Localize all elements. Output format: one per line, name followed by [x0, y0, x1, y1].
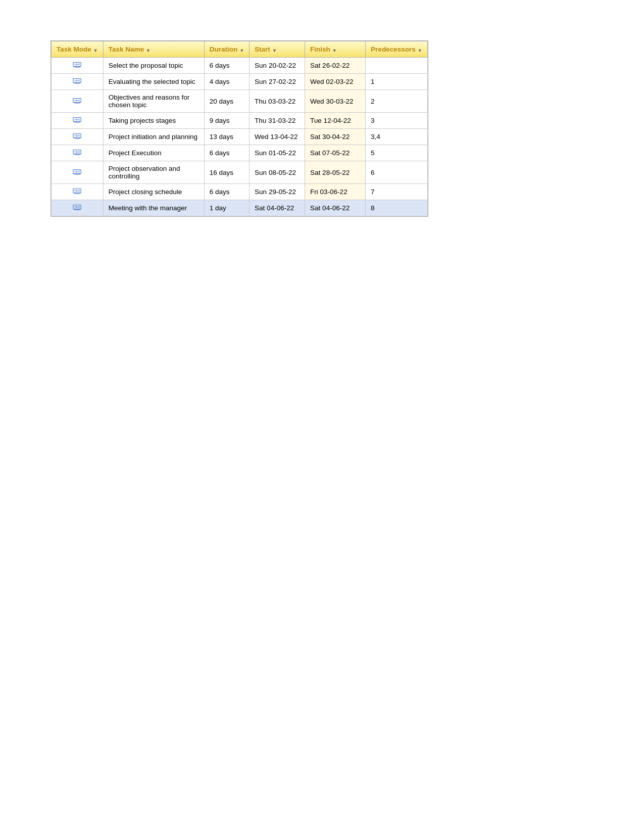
col-header-start-label: Start [255, 45, 270, 53]
task-mode-icon [73, 168, 82, 175]
duration-cell: 6 days [204, 184, 249, 200]
finish-cell: Wed 02-03-22 [305, 74, 366, 90]
task-name-cell: Select the proposal topic [103, 58, 204, 74]
task-mode-cell [52, 145, 104, 161]
duration-cell: 20 days [204, 90, 249, 113]
predecessors-cell: 3,4 [366, 129, 427, 145]
task-name-cell: Project closing schedule [103, 184, 204, 200]
table-row: Taking projects stages9 daysThu 31-03-22… [52, 113, 428, 129]
predecessors-cell: 1 [366, 74, 427, 90]
col-header-duration-label: Duration [210, 45, 238, 53]
duration-cell: 4 days [204, 74, 249, 90]
task-mode-cell [52, 90, 104, 113]
table-row: Project closing schedule6 daysSun 29-05-… [52, 184, 428, 200]
predecessors-cell: 5 [366, 145, 427, 161]
table-row: Meeting with the manager1 daySat 04-06-2… [52, 200, 428, 216]
task-mode-cell [52, 74, 104, 90]
predecessors-dropdown-icon[interactable]: ▼ [418, 48, 422, 53]
table-header-row: Task Mode ▼ Task Name ▼ Duration ▼ [52, 41, 428, 58]
svg-rect-10 [73, 98, 81, 102]
start-dropdown-icon[interactable]: ▼ [272, 48, 277, 53]
task-name-cell: Project initiation and planning [103, 129, 204, 145]
start-cell: Sun 08-05-22 [250, 161, 305, 184]
table-row: Project Execution6 daysSun 01-05-22Sat 0… [52, 145, 428, 161]
finish-cell: Sat 30-04-22 [305, 129, 366, 145]
start-cell: Wed 13-04-22 [250, 129, 305, 145]
duration-cell: 9 days [204, 113, 249, 129]
start-cell: Sun 20-02-22 [250, 58, 305, 74]
task-mode-cell [52, 184, 104, 200]
task-mode-icon [73, 149, 82, 156]
svg-rect-25 [73, 150, 81, 154]
predecessors-cell: 7 [366, 184, 427, 200]
col-header-start[interactable]: Start ▼ [250, 41, 305, 58]
col-header-task-name[interactable]: Task Name ▼ [103, 41, 204, 58]
table-body: Select the proposal topic6 daysSun 20-02… [52, 58, 428, 216]
finish-cell: Wed 30-03-22 [305, 90, 366, 113]
col-header-task-name-label: Task Name [109, 45, 144, 53]
task-mode-icon [73, 77, 82, 84]
task-mode-dropdown-icon[interactable]: ▼ [93, 48, 98, 53]
finish-dropdown-icon[interactable]: ▼ [332, 48, 337, 53]
start-cell: Sun 01-05-22 [250, 145, 305, 161]
predecessors-cell: 3 [366, 113, 427, 129]
svg-rect-30 [73, 169, 81, 173]
task-name-text: Taking projects stages [109, 117, 176, 124]
start-cell: Thu 03-03-22 [250, 90, 305, 113]
task-name-cell: Evaluating the selected topic [103, 74, 204, 90]
predecessors-cell: 8 [366, 200, 427, 216]
task-name-text: Project closing schedule [109, 188, 182, 196]
duration-cell: 6 days [204, 58, 249, 74]
start-cell: Sun 29-05-22 [250, 184, 305, 200]
svg-rect-15 [73, 118, 81, 122]
task-name-text: Project Execution [109, 149, 162, 157]
col-header-finish-label: Finish [310, 45, 330, 53]
task-name-cell: Taking projects stages [103, 113, 204, 129]
finish-cell: Sat 26-02-22 [305, 58, 366, 74]
task-name-dropdown-icon[interactable]: ▼ [146, 48, 151, 53]
start-cell: Sun 27-02-22 [250, 74, 305, 90]
table-row: Objectives and reasons for chosen topic2… [52, 90, 428, 113]
task-name-text: Objectives and reasons for chosen topic [109, 94, 190, 109]
col-header-predecessors[interactable]: Predecessors ▼ [366, 41, 427, 58]
task-mode-cell [52, 58, 104, 74]
svg-rect-0 [73, 63, 81, 67]
predecessors-cell: 6 [366, 161, 427, 184]
svg-rect-40 [73, 205, 81, 209]
predecessors-cell: 2 [366, 90, 427, 113]
task-name-text: Select the proposal topic [109, 62, 183, 69]
col-header-finish[interactable]: Finish ▼ [305, 41, 366, 58]
finish-cell: Tue 12-04-22 [305, 113, 366, 129]
start-cell: Thu 31-03-22 [250, 113, 305, 129]
svg-rect-5 [73, 79, 81, 83]
task-name-cell: Project observation and controlling [103, 161, 204, 184]
col-header-predecessors-label: Predecessors [371, 45, 416, 53]
col-header-task-mode[interactable]: Task Mode ▼ [52, 41, 104, 58]
task-name-text: Evaluating the selected topic [109, 78, 195, 85]
duration-cell: 6 days [204, 145, 249, 161]
task-name-cell: Objectives and reasons for chosen topic [103, 90, 204, 113]
duration-cell: 16 days [204, 161, 249, 184]
task-name-cell: Meeting with the manager [103, 200, 204, 216]
col-header-duration[interactable]: Duration ▼ [204, 41, 249, 58]
duration-cell: 1 day [204, 200, 249, 216]
task-mode-icon [73, 188, 82, 195]
finish-cell: Sat 07-05-22 [305, 145, 366, 161]
task-mode-icon [73, 97, 82, 104]
task-mode-cell [52, 129, 104, 145]
task-mode-cell [52, 200, 104, 216]
svg-rect-20 [73, 134, 81, 138]
task-mode-icon [73, 204, 82, 211]
svg-rect-35 [73, 189, 81, 193]
project-table: Task Mode ▼ Task Name ▼ Duration ▼ [51, 41, 428, 216]
task-mode-icon [73, 132, 82, 140]
task-mode-icon [73, 116, 82, 123]
duration-cell: 13 days [204, 129, 249, 145]
start-cell: Sat 04-06-22 [250, 200, 305, 216]
predecessors-cell [366, 58, 427, 74]
finish-cell: Sat 04-06-22 [305, 200, 366, 216]
task-name-text: Project initiation and planning [109, 133, 197, 141]
finish-cell: Fri 03-06-22 [305, 184, 366, 200]
duration-dropdown-icon[interactable]: ▼ [239, 48, 244, 53]
gantt-table-wrapper: Task Mode ▼ Task Name ▼ Duration ▼ [51, 40, 428, 217]
